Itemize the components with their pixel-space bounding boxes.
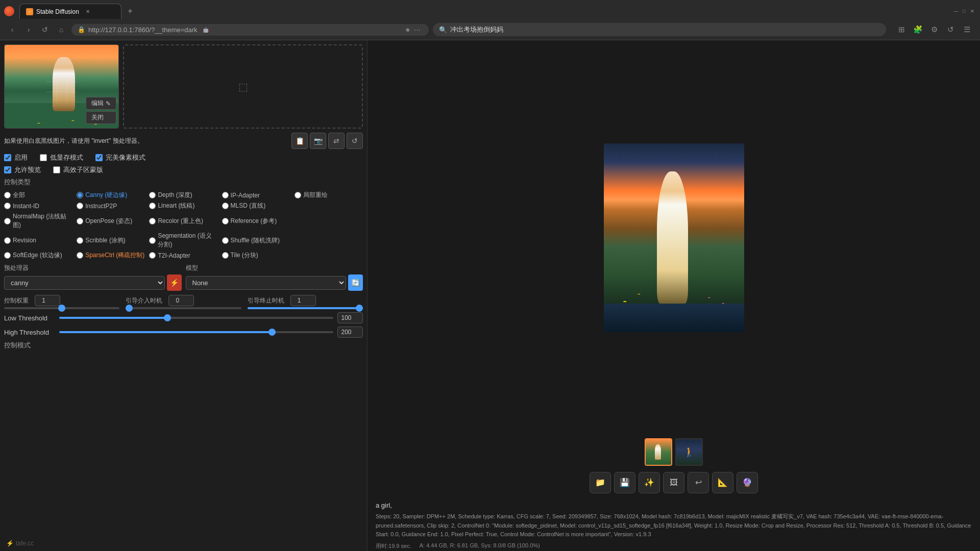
radio-openpose[interactable]: OpenPose (姿态) [77,212,145,230]
radio-revision-input[interactable] [4,237,11,244]
save-btn[interactable]: 💾 [614,472,635,493]
radio-instant-id[interactable]: Instant-ID [4,202,72,210]
high-threshold-slider[interactable] [59,331,333,333]
radio-t2i-input[interactable] [149,252,156,259]
radio-normalmap-input[interactable] [4,218,11,224]
radio-canny[interactable]: Canny (硬边缘) [77,191,145,199]
search-bar[interactable]: 🔍 冲出考场抱倒妈妈 [433,23,886,36]
forward-btn[interactable]: › [22,23,35,36]
radio-inpaint[interactable]: 局部重绘 [295,191,363,199]
thumbnail-1[interactable] [645,438,672,466]
undo-btn[interactable]: ↺ [347,133,363,149]
radio-lineart[interactable]: Lineart (线稿) [149,202,217,210]
home-btn[interactable]: ⌂ [55,23,67,36]
enable-input[interactable] [4,154,11,161]
radio-sparsectrl-input[interactable] [77,252,83,259]
efficient-subpixel-checkbox[interactable]: 高效子区蒙版 [53,165,103,174]
new-tab-button[interactable]: + [124,5,137,18]
bookmark-star[interactable]: ★ [405,26,411,34]
preprocessor-select[interactable]: canny [4,276,165,290]
tools-btn[interactable]: ⚙ [927,22,941,37]
high-threshold-input[interactable]: 200 [337,327,363,338]
pixel-perfect-input[interactable] [95,154,103,161]
reload-btn[interactable]: ↺ [39,23,51,36]
radio-shuffle-input[interactable] [222,237,229,244]
folder-btn[interactable]: 📁 [590,472,611,493]
radio-tile[interactable]: Tile (分块) [222,251,290,260]
model-sync-btn[interactable]: 🔄 [348,274,363,291]
radio-instructp2p[interactable]: InstructP2P [77,202,145,210]
zip-btn[interactable]: 🔮 [737,472,758,493]
guidance-start-slider[interactable] [126,307,241,309]
radio-normalmap2[interactable]: NormalMap (法线贴图) [4,212,72,230]
low-threshold-slider[interactable] [59,317,333,319]
active-tab[interactable]: Stable Diffusion ✕ [19,4,121,19]
pixel-perfect-checkbox[interactable]: 完美像素模式 [95,153,145,162]
radio-placeholder1 [295,212,363,230]
preprocessor-refresh-btn[interactable]: ⚡ [167,274,182,291]
allow-preview-input[interactable] [4,166,11,173]
undo-history-btn[interactable]: ↩ [688,472,709,493]
radio-instructp2p-input[interactable] [77,203,83,209]
radio-canny-input[interactable] [77,192,83,198]
radio-ip-adapter-input[interactable] [222,192,229,198]
close-btn[interactable]: 关闭 [86,111,116,124]
measure-btn[interactable]: 📐 [712,472,733,493]
control-weight-slider[interactable] [4,307,119,309]
maximize-btn[interactable]: □ [961,8,968,15]
radio-softedge-input[interactable] [4,252,11,259]
model-select[interactable]: None [186,276,347,290]
radio-recolor-input[interactable] [149,218,156,224]
paste-btn[interactable]: 📋 [291,133,308,149]
url-bar[interactable]: 🔒 http://127.0.0.1:7860/?__theme=dark 🤖 … [71,24,429,36]
magic-btn[interactable]: ✨ [639,472,660,493]
radio-mlsd-input[interactable] [222,203,229,209]
radio-scribble[interactable]: Scribble (涂鸦) [77,232,145,249]
more-tools-btn[interactable]: ☰ [960,22,974,37]
radio-shuffle[interactable]: Shuffle (随机洗牌) [222,232,290,249]
minimize-btn[interactable]: — [952,8,960,15]
radio-reference[interactable]: Reference (参考) [222,212,290,230]
grid-view-btn[interactable]: ⊞ [894,22,909,37]
radio-depth-input[interactable] [149,192,156,198]
radio-segmentation-input[interactable] [149,237,156,244]
more-btn[interactable]: ⋯ [414,26,421,34]
radio-tile-input[interactable] [222,252,229,259]
image-btn[interactable]: 🖼 [663,472,684,493]
radio-reference-input[interactable] [222,218,229,224]
guidance-end-slider[interactable] [248,307,363,309]
radio-softedge[interactable]: SoftEdge (软边缘) [4,251,72,260]
allow-preview-checkbox[interactable]: 允许预览 [4,165,41,174]
radio-recolor[interactable]: Recolor (重上色) [149,212,217,230]
low-vram-input[interactable] [40,154,47,161]
low-vram-label: 低显存模式 [50,153,83,162]
refresh-page-btn[interactable]: ↺ [943,22,958,37]
extensions-btn[interactable]: 🧩 [911,22,925,37]
efficient-subpixel-input[interactable] [53,166,60,173]
radio-ip-adapter[interactable]: IP-Adapter [222,191,290,199]
radio-all[interactable]: 全部 [4,191,72,199]
edit-btn[interactable]: 编辑 ✎ [86,97,116,110]
radio-openpose-input[interactable] [77,218,83,224]
radio-scribble-input[interactable] [77,237,83,244]
close-window-btn[interactable]: ✕ [969,8,976,15]
back-btn[interactable]: ‹ [6,23,18,36]
radio-depth[interactable]: Depth (深度) [149,191,217,199]
radio-t2i[interactable]: T2I-Adapter [149,251,217,260]
low-threshold-input[interactable]: 100 [337,312,363,323]
radio-instant-id-input[interactable] [4,203,11,209]
image-upload-placeholder[interactable]: ⬚ [123,44,363,129]
radio-segmentation[interactable]: Segmentation (语义分割) [149,232,217,249]
radio-all-input[interactable] [4,192,11,198]
tab-close-btn[interactable]: ✕ [84,8,91,15]
radio-revision[interactable]: Revision [4,232,72,249]
camera-btn[interactable]: 📷 [310,133,326,149]
swap-btn[interactable]: ⇄ [328,133,345,149]
low-vram-checkbox[interactable]: 低显存模式 [40,153,83,162]
thumbnail-2[interactable]: 🚶 [675,438,703,466]
radio-sparsectrl[interactable]: SparseCtrl (稀疏控制) [77,251,145,260]
radio-lineart-input[interactable] [149,203,156,209]
radio-inpaint-input[interactable] [295,192,301,198]
radio-mlsd[interactable]: MLSD (直线) [222,202,290,210]
enable-checkbox[interactable]: 启用 [4,153,28,162]
